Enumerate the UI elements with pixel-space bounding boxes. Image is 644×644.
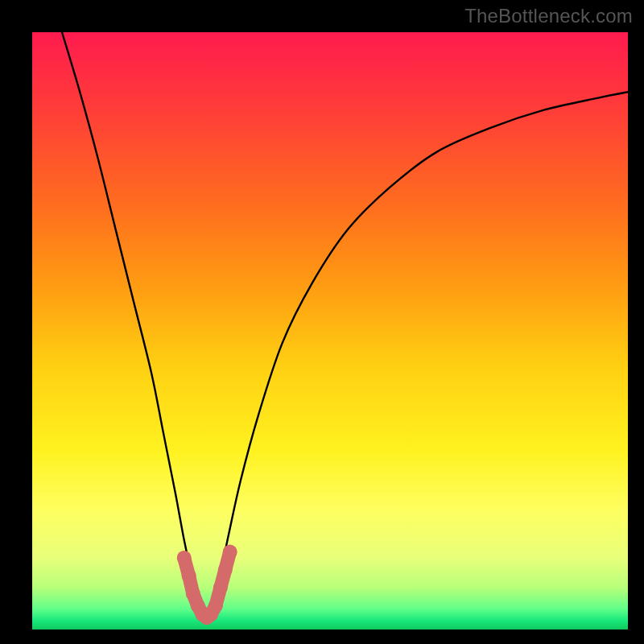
marker-dot — [213, 580, 228, 595]
marker-dot — [208, 598, 223, 613]
marker-dot — [177, 551, 192, 565]
gradient-background — [32, 32, 628, 630]
watermark-text: TheBottleneck.com — [464, 5, 633, 27]
marker-dot — [223, 545, 237, 559]
plot-area — [32, 32, 628, 630]
plot-svg — [32, 32, 628, 630]
chart-frame: TheBottleneck.com — [0, 0, 644, 644]
marker-dot — [182, 568, 196, 583]
marker-dot — [218, 563, 233, 577]
